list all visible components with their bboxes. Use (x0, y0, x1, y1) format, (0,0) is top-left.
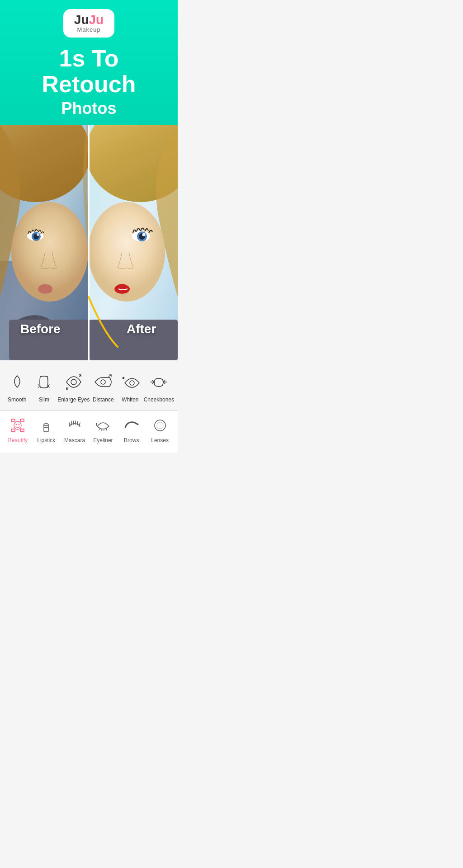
face-comparison-svg: Before After (0, 125, 178, 360)
lipstick-label: Lipstick (37, 437, 55, 443)
distance-icon (92, 371, 114, 393)
nav-lipstick[interactable]: Lipstick (32, 416, 61, 443)
lenses-icon (151, 416, 169, 434)
svg-point-40 (14, 421, 21, 429)
smooth-label: Smooth (8, 396, 26, 403)
svg-rect-37 (20, 419, 24, 422)
bottom-nav: Beautify Lipstick (0, 410, 178, 453)
whiten-icon (119, 371, 141, 393)
brows-label: Brows (124, 437, 139, 443)
feature-cheekbones[interactable]: Cheekbones (144, 371, 174, 403)
eyeliner-label: Eyeliner (93, 437, 113, 443)
lipstick-icon (37, 416, 55, 434)
svg-rect-43 (44, 427, 48, 432)
nav-brows[interactable]: Brows (117, 416, 146, 443)
beautify-label: Beautify (8, 437, 28, 443)
svg-point-19 (142, 233, 146, 236)
logo-ju2: Ju (89, 14, 104, 26)
svg-line-47 (71, 421, 72, 425)
slim-icon (33, 371, 55, 393)
brows-icon (123, 416, 141, 434)
feature-whiten[interactable]: Whiten (117, 371, 144, 403)
svg-point-56 (155, 420, 165, 431)
logo-makeup: Makeup (77, 26, 100, 33)
mascara-icon (66, 416, 84, 434)
svg-point-31 (130, 381, 134, 385)
features-bar: Smooth Slim (0, 360, 178, 410)
svg-rect-38 (11, 429, 15, 432)
svg-line-50 (77, 421, 78, 425)
whiten-label: Whiten (122, 396, 138, 403)
mascara-label: Mascara (64, 437, 85, 443)
nav-lenses[interactable]: Lenses (146, 416, 174, 443)
lenses-label: Lenses (151, 437, 169, 443)
hero-subtitle: Photos (61, 99, 117, 118)
feature-enlarge-eyes[interactable]: Enlarge Eyes (57, 371, 90, 403)
svg-point-11 (37, 233, 39, 236)
feature-distance[interactable]: Distance (90, 371, 117, 403)
svg-point-27 (101, 380, 105, 384)
enlarge-eyes-icon (63, 371, 85, 393)
cheekbones-label: Cheekbones (144, 396, 174, 403)
svg-line-52 (99, 429, 99, 430)
slim-label: Slim (39, 396, 49, 403)
smooth-icon (6, 371, 28, 393)
svg-rect-21 (88, 125, 90, 360)
app-container: JuJu Makeup 1s To Retouch Photos (0, 0, 178, 453)
comparison-container: Before After (0, 125, 178, 360)
distance-label: Distance (93, 396, 114, 403)
svg-point-57 (157, 422, 163, 429)
svg-text:After: After (127, 322, 156, 336)
nav-mascara[interactable]: Mascara (61, 416, 89, 443)
svg-text:Before: Before (20, 322, 61, 336)
hero-title: 1s To Retouch (0, 46, 178, 97)
svg-line-55 (106, 429, 107, 430)
cheekbones-icon (148, 371, 170, 393)
nav-beautify[interactable]: Beautify (4, 416, 32, 443)
logo-container: JuJu Makeup (63, 9, 114, 38)
svg-rect-39 (20, 429, 24, 432)
svg-rect-35 (11, 419, 15, 422)
svg-line-48 (73, 421, 74, 425)
feature-slim[interactable]: Slim (31, 371, 58, 403)
enlarge-eyes-label: Enlarge Eyes (57, 396, 90, 403)
eyeliner-icon (94, 416, 112, 434)
svg-point-32 (123, 377, 124, 379)
svg-point-24 (71, 379, 76, 385)
logo-ju1: Ju (74, 14, 89, 26)
nav-eyeliner[interactable]: Eyeliner (89, 416, 117, 443)
feature-smooth[interactable]: Smooth (4, 371, 31, 403)
svg-point-42 (19, 424, 20, 425)
hero-section: JuJu Makeup 1s To Retouch Photos (0, 0, 178, 360)
beautify-icon (9, 416, 27, 434)
svg-point-41 (16, 424, 17, 425)
